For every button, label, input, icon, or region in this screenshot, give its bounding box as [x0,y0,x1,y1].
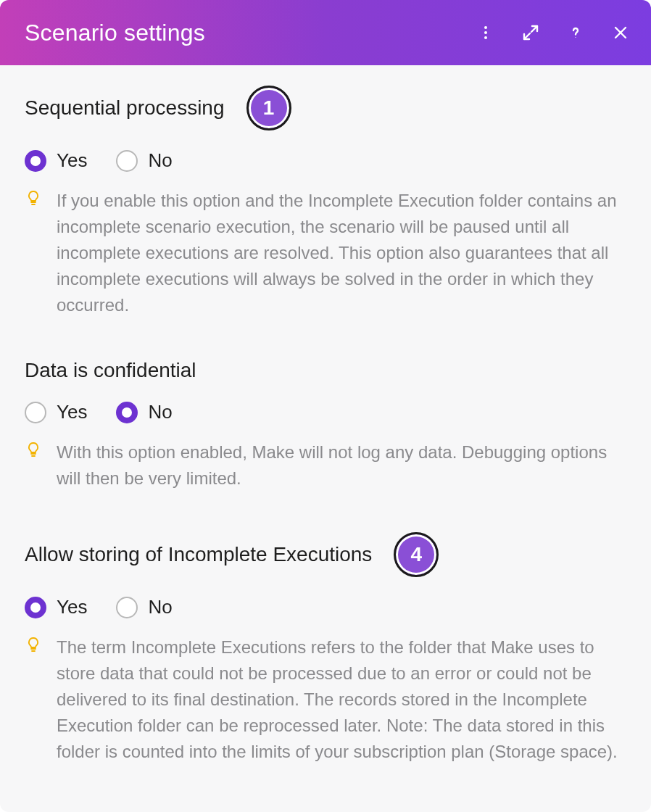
radio-no[interactable]: No [116,149,172,172]
hint: With this option enabled, Make will not … [25,439,626,492]
setting-sequential-processing: Sequential processing 1 Yes No [25,86,626,318]
hint: The term Incomplete Executions refers to… [25,634,626,765]
radio-label: No [148,596,172,618]
radio-label: No [148,401,172,423]
close-icon[interactable] [610,22,631,43]
radio-indicator-icon [25,597,46,618]
radio-no[interactable]: No [116,401,172,423]
step-badge: 1 [246,86,291,130]
radio-label: No [148,149,172,172]
setting-title: Sequential processing [25,96,225,120]
radio-no[interactable]: No [116,596,172,618]
help-icon[interactable] [565,22,586,43]
radio-label: Yes [57,596,87,618]
expand-icon[interactable] [521,22,541,43]
lightbulb-icon [25,636,43,655]
svg-point-2 [484,36,487,39]
radio-indicator-icon [116,402,138,423]
lightbulb-icon [25,189,43,208]
settings-dialog: Scenario settings Sequent [0,0,651,812]
dialog-body[interactable]: Sequential processing 1 Yes No [0,65,651,812]
svg-point-1 [484,31,487,34]
radio-label: Yes [57,401,87,423]
radio-indicator-icon [116,597,138,618]
hint-text: The term Incomplete Executions refers to… [57,634,626,765]
svg-point-3 [575,37,576,38]
step-badge: 4 [394,532,439,577]
setting-title-row: Allow storing of Incomplete Executions 4 [25,532,626,577]
hint-text: With this option enabled, Make will not … [57,439,626,492]
more-icon[interactable] [476,22,496,43]
lightbulb-icon [25,441,43,460]
radio-yes[interactable]: Yes [25,401,87,423]
setting-allow-incomplete-executions: Allow storing of Incomplete Executions 4… [25,532,626,765]
radio-indicator-icon [116,150,138,172]
step-badge-number: 1 [263,96,275,120]
setting-title: Data is confidential [25,359,196,382]
hint-text: If you enable this option and the Incomp… [57,188,626,318]
hint: If you enable this option and the Incomp… [25,188,626,318]
svg-point-0 [484,26,487,29]
radio-group: Yes No [25,401,626,423]
setting-title: Allow storing of Incomplete Executions [25,543,372,566]
radio-group: Yes No [25,596,626,618]
radio-indicator-icon [25,402,46,423]
header-actions [476,22,631,43]
setting-title-row: Sequential processing 1 [25,86,626,130]
setting-data-confidential: Data is confidential Yes No [25,359,626,492]
radio-label: Yes [57,149,87,172]
dialog-header: Scenario settings [0,0,651,65]
step-badge-number: 4 [411,543,423,566]
radio-indicator-icon [25,150,46,172]
setting-title-row: Data is confidential [25,359,626,382]
dialog-title: Scenario settings [25,20,205,46]
radio-yes[interactable]: Yes [25,596,87,618]
radio-group: Yes No [25,149,626,172]
radio-yes[interactable]: Yes [25,149,87,172]
